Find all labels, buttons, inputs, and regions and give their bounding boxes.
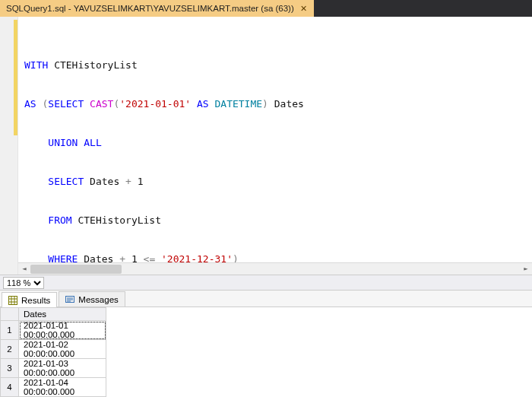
code-line: UNION ALL (24, 136, 532, 149)
row-number[interactable]: 3 (1, 359, 19, 378)
table-row[interactable]: 3 2021-01-03 00:00:00.000 (1, 359, 106, 378)
scroll-right-icon[interactable]: ► (520, 263, 532, 275)
tab-messages-label: Messages (78, 295, 118, 304)
scroll-track[interactable] (30, 263, 520, 275)
editor-tab-active[interactable]: SQLQuery1.sql - YAVUZSELIMKART\YAVUZSELI… (0, 0, 314, 17)
current-line-highlight (18, 123, 532, 136)
tab-results-label: Results (21, 296, 50, 305)
grid-icon (8, 296, 17, 305)
table-row[interactable]: 2 2021-01-02 00:00:00.000 (1, 340, 106, 359)
editor-tab-bar: SQLQuery1.sql - YAVUZSELIMKART\YAVUZSELI… (0, 0, 532, 17)
table-row[interactable]: 1 2021-01-01 00:00:00.000 (1, 321, 106, 340)
horizontal-scrollbar[interactable]: ◄ ► (18, 262, 532, 275)
close-icon[interactable]: ✕ (299, 3, 309, 14)
tab-results[interactable]: Results (2, 292, 57, 307)
change-marker (14, 20, 17, 135)
sql-editor[interactable]: WITH CTEHistoryList AS (SELECT CAST('202… (0, 17, 532, 275)
table-header-row: Dates (1, 308, 106, 321)
zoom-select[interactable]: 118 % (3, 277, 44, 289)
code-line: SELECT Dates + 1 (24, 175, 532, 188)
code-line: WITH CTEHistoryList (24, 59, 532, 71)
cell-value[interactable]: 2021-01-01 00:00:00.000 (19, 321, 106, 340)
cell-value[interactable]: 2021-01-02 00:00:00.000 (19, 340, 106, 359)
results-table: Dates 1 2021-01-01 00:00:00.000 2 2021-0… (0, 307, 106, 397)
code-line: FROM CTEHistoryList (24, 214, 532, 227)
cell-value[interactable]: 2021-01-03 00:00:00.000 (19, 359, 106, 378)
zoom-bar: 118 % (0, 275, 532, 291)
column-header[interactable]: Dates (19, 308, 106, 321)
messages-icon (65, 295, 74, 304)
svg-rect-0 (9, 296, 17, 304)
row-header-blank (1, 308, 19, 321)
tab-messages[interactable]: Messages (59, 291, 125, 306)
code-line: AS (SELECT CAST('2021-01-01' AS DATETIME… (24, 97, 532, 110)
row-number[interactable]: 1 (1, 321, 19, 340)
code-area[interactable]: WITH CTEHistoryList AS (SELECT CAST('202… (18, 17, 532, 275)
scroll-thumb[interactable] (30, 265, 122, 274)
editor-gutter (0, 17, 18, 275)
scroll-left-icon[interactable]: ◄ (18, 263, 30, 275)
row-number[interactable]: 2 (1, 340, 19, 359)
results-grid[interactable]: Dates 1 2021-01-01 00:00:00.000 2 2021-0… (0, 307, 532, 397)
row-number[interactable]: 4 (1, 378, 19, 397)
editor-tab-title: SQLQuery1.sql - YAVUZSELIMKART\YAVUZSELI… (6, 4, 294, 13)
table-row[interactable]: 4 2021-01-04 00:00:00.000 (1, 378, 106, 397)
result-tabs: Results Messages (0, 291, 532, 307)
cell-value[interactable]: 2021-01-04 00:00:00.000 (19, 378, 106, 397)
